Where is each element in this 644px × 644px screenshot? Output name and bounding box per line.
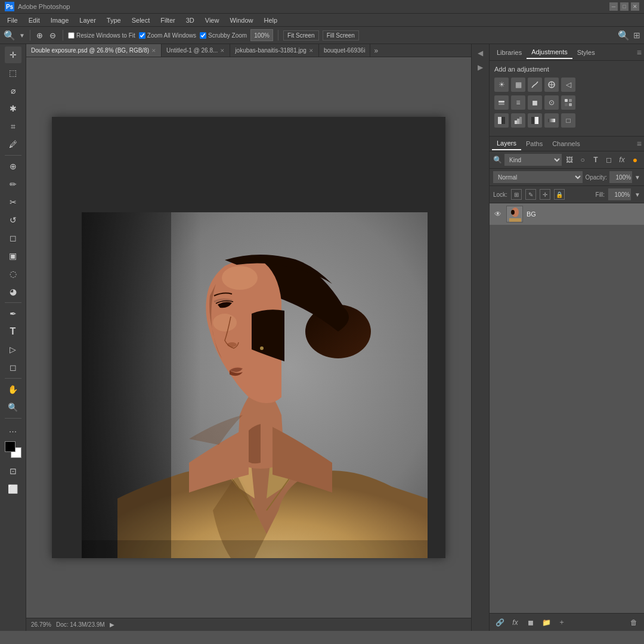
menu-filter[interactable]: Filter [156,16,179,25]
menu-help[interactable]: Help [259,16,283,25]
color-swatches[interactable] [5,441,21,458]
tab-jokubas[interactable]: jokubas-banaitis-31881.jpg ✕ [230,44,319,57]
more-tools[interactable]: … [5,421,21,438]
resize-windows-input[interactable] [68,32,75,39]
marquee-tool[interactable]: ⬚ [5,64,21,81]
maximize-button[interactable]: □ [620,2,628,11]
zoom-tool-icon[interactable]: 🔍 [4,30,16,41]
fill-dropdown[interactable]: ▼ [634,191,640,198]
tab-adjustments[interactable]: Adjustments [527,46,572,59]
tabs-overflow-button[interactable]: » [370,47,382,55]
lock-image-button[interactable]: ✎ [525,189,536,200]
adj-black-white[interactable]: ◼ [528,95,542,110]
lock-all-button[interactable]: 🔒 [554,189,565,200]
blur-tool[interactable]: ◌ [5,265,21,282]
menu-file[interactable]: File [2,16,23,25]
blend-mode-select[interactable]: Normal Dissolve Multiply Screen Overlay [493,171,583,183]
panel-menu-icon[interactable]: ≡ [637,48,642,57]
zoom-in-button[interactable]: ⊕ [35,30,45,40]
dodge-tool[interactable]: ◕ [5,283,21,300]
tab-layers[interactable]: Layers [492,137,521,150]
filter-fx-icon[interactable]: fx [617,154,627,165]
fill-input[interactable] [608,188,631,200]
zoom-dropdown-arrow[interactable]: ▼ [19,32,25,39]
new-layer-button[interactable]: ＋ [555,616,568,629]
close-button[interactable]: ✕ [631,2,639,11]
layer-fx-button[interactable]: fx [509,616,522,629]
resize-windows-checkbox[interactable]: Resize Windows to Fit [68,32,135,39]
fill-screen-button[interactable]: Fill Screen [323,30,359,41]
adj-exposure[interactable] [544,78,559,92]
adj-color-balance[interactable]: ≡ [511,95,525,110]
adj-curves[interactable] [528,78,542,92]
adj-photo-filter[interactable]: ⊙ [544,95,559,110]
opacity-dropdown[interactable]: ▼ [634,174,640,181]
tab-close-2[interactable]: ✕ [309,48,314,54]
fit-screen-button[interactable]: Fit Screen [283,30,319,41]
healing-brush-tool[interactable]: ⊕ [5,158,21,175]
adj-threshold[interactable] [528,113,542,128]
foreground-color[interactable] [5,441,16,452]
add-mask-button[interactable]: ◼ [524,616,537,629]
path-selection-tool[interactable]: ▷ [5,341,21,358]
panel-expand-button[interactable]: ▶ [474,61,487,74]
tab-libraries[interactable]: Libraries [492,47,527,58]
adj-posterize[interactable] [511,113,525,128]
status-arrow[interactable]: ▶ [110,621,114,628]
adj-invert[interactable] [494,113,509,128]
filter-pixel-icon[interactable]: 🖼 [564,154,575,165]
tab-channels[interactable]: Channels [547,138,584,150]
link-layers-button[interactable]: 🔗 [493,616,506,629]
panel-toggle-icon[interactable]: ⊞ [633,30,640,40]
tab-close-0[interactable]: ✕ [151,48,156,54]
zoom-tool[interactable]: 🔍 [5,399,21,416]
menu-edit[interactable]: Edit [24,16,45,25]
scrubby-zoom-input[interactable] [200,32,206,39]
tab-close-1[interactable]: ✕ [220,48,225,54]
filter-shape-icon[interactable]: ◻ [603,154,614,165]
search-icon[interactable]: 🔍 [618,30,630,41]
pen-tool[interactable]: ✒ [5,305,21,322]
tab-untitled[interactable]: Untitled-1 @ 26.8... ✕ [162,44,230,57]
clone-stamp-tool[interactable]: ✂ [5,194,21,210]
menu-3d[interactable]: 3D [181,16,199,25]
hand-tool[interactable]: ✋ [5,381,21,398]
adj-vibrance[interactable]: ◁ [561,78,575,92]
tab-styles[interactable]: Styles [572,47,600,58]
eraser-tool[interactable]: ◻ [5,230,21,246]
minimize-button[interactable]: ─ [609,2,618,11]
adj-levels[interactable]: ▦ [511,78,525,92]
move-tool[interactable]: ✛ [5,47,21,63]
crop-tool[interactable]: ⌗ [5,118,21,135]
zoom-out-button[interactable]: ⊖ [48,30,58,40]
tab-paths[interactable]: Paths [521,138,547,150]
layers-menu-icon[interactable]: ≡ [637,139,642,148]
lock-pixels-button[interactable]: ⊞ [511,189,522,200]
menu-select[interactable]: Select [127,16,155,25]
adj-gradient-map[interactable] [544,113,559,128]
filter-adjustment-icon[interactable]: ○ [577,154,588,165]
scrubby-zoom-checkbox[interactable]: Scrubby Zoom [200,32,247,39]
menu-image[interactable]: Image [46,16,74,25]
layer-item-bg[interactable]: 👁 BG [490,203,644,225]
history-brush-tool[interactable]: ↺ [5,212,21,228]
filter-type-icon[interactable]: T [590,154,601,165]
brush-tool[interactable]: ✏ [5,176,21,193]
type-tool[interactable]: T [5,323,21,340]
panel-collapse-button[interactable]: ◀ [474,47,487,60]
adj-brightness-contrast[interactable]: ☀ [494,78,509,92]
quick-select-tool[interactable]: ✱ [5,100,21,117]
screen-mode[interactable]: ⬜ [5,481,21,497]
shape-tool[interactable]: ◻ [5,359,21,376]
layer-visibility-bg[interactable]: 👁 [493,209,503,219]
filter-enable-toggle[interactable]: ● [630,154,640,165]
gradient-tool[interactable]: ▣ [5,247,21,264]
opacity-input[interactable] [609,171,632,183]
menu-window[interactable]: Window [225,16,258,25]
zoom-all-windows-checkbox[interactable]: Zoom All Windows [139,32,196,39]
adj-channel-mixer[interactable] [561,95,575,110]
tab-bouquet[interactable]: bouquet-66936i [319,44,371,57]
lasso-tool[interactable]: ⌀ [5,82,21,99]
new-group-button[interactable]: 📁 [540,616,553,629]
canvas-viewport[interactable] [26,57,471,618]
